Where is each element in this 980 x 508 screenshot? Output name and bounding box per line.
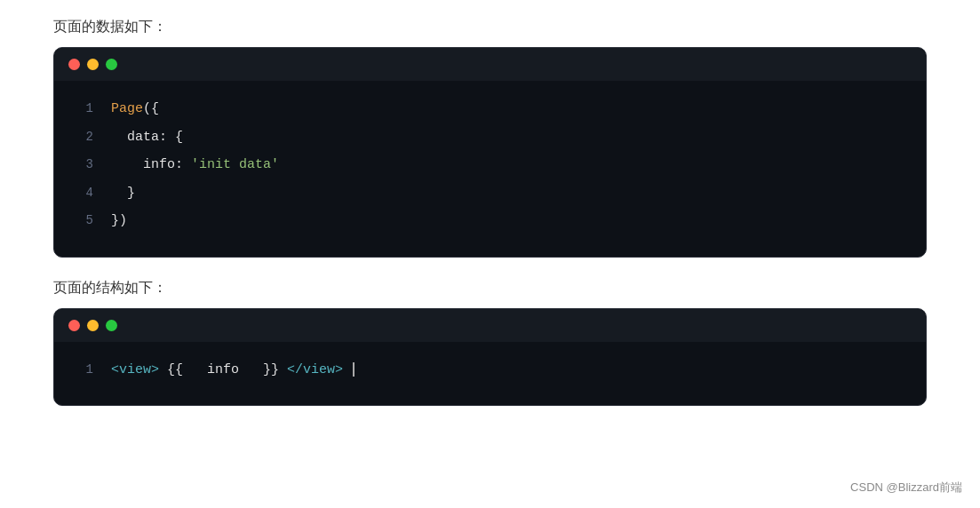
dot-green-1 <box>106 59 117 70</box>
code-line: 5 }) <box>68 207 904 235</box>
code-content-1: 1 Page({ 2 data: { 3 info: 'init data' 4… <box>54 81 926 257</box>
code-titlebar-1 <box>54 48 926 81</box>
code-block-2: 1 <view> {{ info }} </view> <box>53 308 927 407</box>
line-number: 2 <box>68 124 93 150</box>
code-text: } <box>111 179 135 208</box>
line-number: 1 <box>68 357 93 383</box>
dot-green-2 <box>106 320 117 331</box>
dot-yellow-1 <box>87 59 99 70</box>
code-block-1: 1 Page({ 2 data: { 3 info: 'init data' 4… <box>53 47 927 258</box>
line-number: 1 <box>68 96 93 122</box>
dot-red-1 <box>68 59 80 70</box>
code-line: 4 } <box>68 179 904 208</box>
line-number: 5 <box>68 208 93 234</box>
line-number: 4 <box>68 180 93 206</box>
cursor-icon <box>353 362 355 377</box>
section2-label: 页面的结构如下： <box>53 279 927 298</box>
code-titlebar-2 <box>54 309 926 342</box>
code-line: 3 info: 'init data' <box>68 151 904 179</box>
code-line: 2 data: { <box>68 123 904 152</box>
code-text: <view> {{ info }} </view> <box>111 356 355 385</box>
line-number: 3 <box>68 152 93 178</box>
code-text: info: 'init data' <box>111 151 279 179</box>
dot-red-2 <box>68 320 80 331</box>
code-content-2: 1 <view> {{ info }} </view> <box>54 342 926 406</box>
watermark: CSDN @Blizzard前端 <box>850 480 962 496</box>
code-text: data: { <box>111 123 183 152</box>
code-text: Page({ <box>111 95 159 123</box>
section1-label: 页面的数据如下： <box>53 18 927 36</box>
code-line: 1 Page({ <box>68 95 904 123</box>
code-line: 1 <view> {{ info }} </view> <box>68 356 904 385</box>
dot-yellow-2 <box>87 320 99 331</box>
code-text: }) <box>111 207 127 235</box>
